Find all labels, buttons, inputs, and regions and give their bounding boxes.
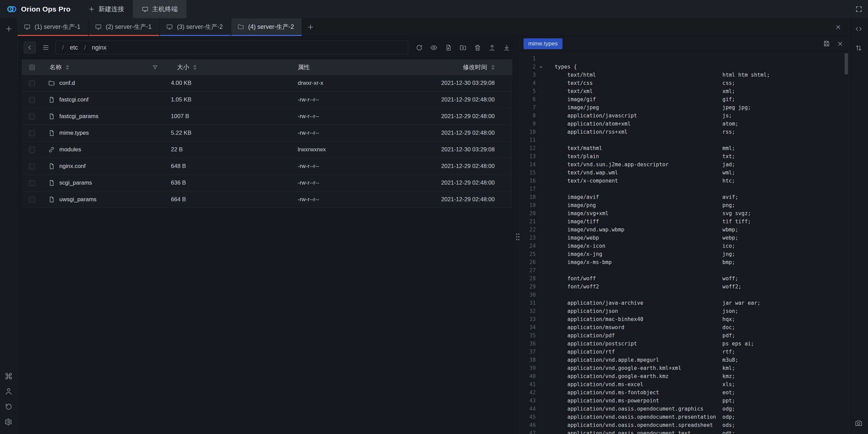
code-line-43[interactable]: 43 application/vnd.ms-powerpoint ppt; [518, 397, 849, 405]
new-folder-button[interactable] [459, 44, 467, 51]
sidebar-sync-button[interactable] [3, 401, 15, 412]
row-checkbox[interactable] [29, 80, 35, 86]
delete-button[interactable] [474, 44, 481, 51]
row-checkbox[interactable] [29, 130, 35, 136]
row-checkbox[interactable] [29, 114, 35, 119]
file-name[interactable]: nginx.conf [42, 163, 168, 170]
code-line-7[interactable]: 7 image/jpeg jpeg jpg; [518, 103, 849, 112]
code-line-29[interactable]: 29 font/woff2 woff2; [518, 283, 849, 291]
new-file-button[interactable] [445, 44, 452, 51]
list-view-icon[interactable] [41, 44, 51, 51]
code-line-25[interactable]: 25 image/x-jng jng; [518, 250, 849, 258]
code-line-20[interactable]: 20 image/svg+xml svg svgz; [518, 209, 849, 218]
code-line-31[interactable]: 31 application/java-archive jar war ear; [518, 299, 849, 307]
code-line-36[interactable]: 36 application/postscript ps eps ai; [518, 340, 849, 348]
code-line-13[interactable]: 13 text/plain txt; [518, 152, 849, 161]
file-name[interactable]: modules [42, 146, 168, 153]
code-line-9[interactable]: 9 application/atom+xml atom; [518, 120, 849, 128]
upload-button[interactable] [489, 44, 496, 51]
code-editor[interactable]: 12types {3 text/html html htm shtml;4 te… [518, 51, 849, 434]
transfer-list-button[interactable] [853, 42, 865, 54]
file-name[interactable]: conf.d [42, 80, 168, 87]
code-line-46[interactable]: 46 application/vnd.oasis.opendocument.sp… [518, 421, 849, 429]
download-button[interactable] [503, 44, 510, 51]
code-line-41[interactable]: 41 application/vnd.ms-excel xls; [518, 380, 849, 389]
editor-file-tab[interactable]: mime.types [524, 38, 563, 49]
code-line-44[interactable]: 44 application/vnd.oasis.opendocument.gr… [518, 405, 849, 413]
file-row-nginx.conf[interactable]: nginx.conf 648 B -rw-r--r-- 2021-12-29 0… [22, 158, 512, 175]
code-line-19[interactable]: 19 image/png png; [518, 201, 849, 209]
row-checkbox[interactable] [29, 180, 35, 186]
column-header-time[interactable]: 修改时间 [416, 63, 512, 71]
code-line-24[interactable]: 24 image/x-icon ico; [518, 242, 849, 250]
file-row-fastcgi.conf[interactable]: fastcgi.conf 1.05 KB -rw-r--r-- 2021-12-… [22, 92, 512, 108]
code-line-35[interactable]: 35 application/pdf pdf; [518, 332, 849, 340]
code-line-28[interactable]: 28 font/woff woff; [518, 275, 849, 283]
code-line-8[interactable]: 8 application/javascript js; [518, 112, 849, 120]
select-all-checkbox[interactable] [29, 64, 35, 70]
menu-new-connection[interactable]: 新建连接 [79, 0, 133, 18]
code-line-34[interactable]: 34 application/msword doc; [518, 323, 849, 332]
row-checkbox[interactable] [29, 97, 35, 103]
file-name[interactable]: uwsgi_params [42, 196, 168, 203]
code-line-12[interactable]: 12 text/mathml mml; [518, 144, 849, 152]
file-row-mime.types[interactable]: mime.types 5.22 KB -rw-r--r-- 2021-12-29… [22, 125, 512, 141]
column-header-name[interactable]: 名称 [42, 63, 168, 71]
file-row-conf.d[interactable]: conf.d 4.00 KB drwxr-xr-x 2021-12-30 03:… [22, 75, 512, 92]
refresh-button[interactable] [416, 44, 423, 51]
sidebar-shortcuts-button[interactable] [3, 370, 15, 382]
sort-icon[interactable] [491, 65, 495, 70]
session-tab-2[interactable]: (2) server-生产-1 [89, 18, 159, 36]
code-line-10[interactable]: 10 application/rss+xml rss; [518, 128, 849, 136]
code-line-3[interactable]: 3 text/html html htm shtml; [518, 71, 849, 79]
code-line-16[interactable]: 16 text/x-component htc; [518, 177, 849, 185]
fullscreen-button[interactable] [855, 5, 863, 13]
session-tab-1[interactable]: (1) server-生产-1 [18, 18, 88, 36]
screenshot-button[interactable] [853, 417, 865, 429]
code-line-27[interactable]: 27 [518, 266, 849, 275]
code-line-40[interactable]: 40 application/vnd.google-earth.kmz kmz; [518, 372, 849, 380]
code-line-11[interactable]: 11 [518, 136, 849, 144]
row-checkbox[interactable] [29, 147, 35, 153]
file-row-scgi_params[interactable]: scgi_params 636 B -rw-r--r-- 2021-12-29 … [22, 175, 512, 191]
code-line-14[interactable]: 14 text/vnd.sun.j2me.app-descriptor jad; [518, 161, 849, 169]
code-line-23[interactable]: 23 image/webp webp; [518, 234, 849, 242]
sidebar-user-button[interactable] [3, 385, 15, 397]
code-line-4[interactable]: 4 text/css css; [518, 79, 849, 87]
editor-toggle-button[interactable] [853, 23, 865, 35]
code-line-6[interactable]: 6 image/gif gif; [518, 95, 849, 103]
code-line-2[interactable]: 2types { [518, 63, 849, 71]
code-line-26[interactable]: 26 image/x-ms-bmp bmp; [518, 258, 849, 266]
fold-toggle[interactable] [536, 63, 546, 71]
menu-host-terminal[interactable]: 主机终端 [133, 0, 186, 18]
session-tab-4[interactable]: (4) server-生产-2 [231, 18, 302, 36]
file-name[interactable]: scgi_params [42, 180, 168, 186]
file-name[interactable]: fastcgi_params [42, 113, 168, 120]
file-row-uwsgi_params[interactable]: uwsgi_params 664 B -rw-r--r-- 2021-12-29… [22, 191, 512, 208]
save-button[interactable] [823, 40, 830, 47]
code-line-37[interactable]: 37 application/rtf rtf; [518, 348, 849, 356]
code-line-18[interactable]: 18 image/avif avif; [518, 193, 849, 201]
code-line-15[interactable]: 15 text/vnd.wap.wml wml; [518, 169, 849, 177]
code-line-21[interactable]: 21 image/tiff tif tiff; [518, 218, 849, 226]
column-header-size[interactable]: 大小 [168, 63, 296, 71]
code-line-32[interactable]: 32 application/json json; [518, 307, 849, 315]
code-line-5[interactable]: 5 text/xml xml; [518, 87, 849, 95]
code-line-39[interactable]: 39 application/vnd.google-earth.kml+xml … [518, 364, 849, 372]
filter-icon[interactable] [152, 64, 158, 70]
code-line-33[interactable]: 33 application/mac-binhex40 hqx; [518, 315, 849, 323]
sidebar-settings-button[interactable] [3, 416, 15, 428]
file-name[interactable]: fastcgi.conf [42, 96, 168, 103]
code-line-1[interactable]: 1 [518, 55, 849, 63]
session-tab-3[interactable]: (3) server-生产-2 [160, 18, 231, 36]
sidebar-add-button[interactable] [3, 23, 15, 35]
editor-scrollbar[interactable] [845, 53, 848, 74]
code-line-47[interactable]: 47 application/vnd.oasis.opendocument.te… [518, 429, 849, 434]
code-line-38[interactable]: 38 application/vnd.apple.mpegurl m3u8; [518, 356, 849, 364]
show-hidden-button[interactable] [430, 44, 437, 51]
row-checkbox[interactable] [29, 164, 35, 169]
file-name[interactable]: mime.types [42, 130, 168, 136]
close-tabs-button[interactable] [835, 18, 849, 36]
code-line-45[interactable]: 45 application/vnd.oasis.opendocument.pr… [518, 413, 849, 421]
code-line-22[interactable]: 22 image/vnd.wap.wbmp wbmp; [518, 226, 849, 234]
